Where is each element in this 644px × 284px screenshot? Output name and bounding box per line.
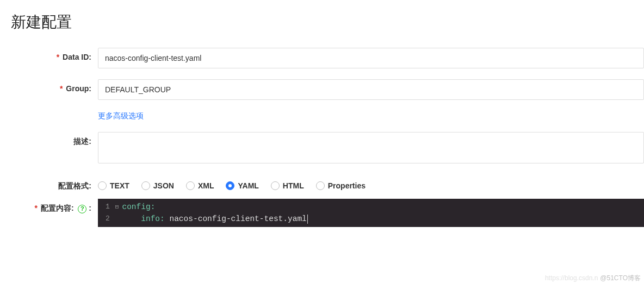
format-radio-xml[interactable]: XML xyxy=(186,181,214,190)
line-number: 2 xyxy=(106,213,110,225)
label-content-text: 配置内容: xyxy=(41,204,74,212)
label-group: * Group: xyxy=(0,79,98,93)
required-asterisk: * xyxy=(60,84,63,93)
config-form: * Data ID: * Group: 更多高级选项 描述: 配置格式: xyxy=(0,48,644,227)
format-radio-yaml[interactable]: YAML xyxy=(226,181,258,190)
row-description: 描述: xyxy=(0,132,644,166)
radio-dot-icon xyxy=(316,181,325,190)
watermark-text: @51CTO博客 xyxy=(600,274,641,283)
label-format-text: 配置格式: xyxy=(58,181,91,190)
format-radio-label: YAML xyxy=(238,181,258,190)
label-format: 配置格式: xyxy=(0,176,98,191)
text-caret xyxy=(307,214,308,224)
group-input[interactable] xyxy=(98,79,644,100)
watermark: https://blog.csdn.n @51CTO博客 xyxy=(545,274,641,283)
format-radio-html[interactable]: HTML xyxy=(271,181,304,190)
radio-dot-icon xyxy=(186,181,195,190)
code-line[interactable]: info: nacos-config-client-test.yaml xyxy=(122,213,307,225)
label-description-text: 描述: xyxy=(73,137,91,146)
format-radio-properties[interactable]: Properties xyxy=(316,181,366,190)
format-radio-label: XML xyxy=(198,181,214,190)
help-icon[interactable]: ? xyxy=(78,205,86,213)
editor-gutter: 12 xyxy=(98,199,115,227)
radio-dot-icon xyxy=(141,181,150,190)
label-description: 描述: xyxy=(0,132,98,147)
label-data-id-text: Data ID: xyxy=(63,53,91,61)
label-group-text: Group: xyxy=(66,84,91,93)
required-asterisk: * xyxy=(57,53,59,61)
editor-lines[interactable]: config: info: nacos-config-client-test.y… xyxy=(122,199,307,227)
editor-fold-column: ⊟ xyxy=(115,199,122,227)
row-group: * Group: xyxy=(0,79,644,100)
row-data-id: * Data ID: xyxy=(0,48,644,68)
code-line[interactable]: config: xyxy=(122,201,307,213)
more-options-link[interactable]: 更多高级选项 xyxy=(98,111,144,120)
label-data-id: * Data ID: xyxy=(0,48,98,61)
format-radio-json[interactable]: JSON xyxy=(141,181,174,190)
required-asterisk: * xyxy=(35,204,38,212)
watermark-faint: https://blog.csdn.n xyxy=(545,274,598,282)
page-title: 新建配置 xyxy=(0,0,644,33)
config-content-editor[interactable]: 12 ⊟ config: info: nacos-config-client-t… xyxy=(98,199,644,227)
fold-marker-icon[interactable]: ⊟ xyxy=(115,201,119,213)
format-radio-label: JSON xyxy=(153,181,174,190)
fold-marker-icon xyxy=(115,213,119,225)
row-content: * 配置内容: ? : 12 ⊟ config: info: nacos-con… xyxy=(0,199,644,227)
format-radio-group: TEXTJSONXMLYAMLHTMLProperties xyxy=(98,176,644,190)
label-content: * 配置内容: ? : xyxy=(0,199,98,213)
radio-dot-icon xyxy=(271,181,280,190)
format-radio-label: TEXT xyxy=(110,181,129,190)
data-id-input[interactable] xyxy=(98,48,644,68)
line-number: 1 xyxy=(106,201,110,213)
row-more-options: 更多高级选项 xyxy=(0,111,644,121)
format-radio-label: HTML xyxy=(283,181,304,190)
format-radio-label: Properties xyxy=(328,181,366,190)
label-content-colon: : xyxy=(89,204,91,212)
row-format: 配置格式: TEXTJSONXMLYAMLHTMLProperties xyxy=(0,176,644,191)
radio-dot-icon xyxy=(226,181,234,190)
description-textarea[interactable] xyxy=(98,132,644,163)
format-radio-text[interactable]: TEXT xyxy=(98,181,129,190)
radio-dot-icon xyxy=(98,181,107,190)
